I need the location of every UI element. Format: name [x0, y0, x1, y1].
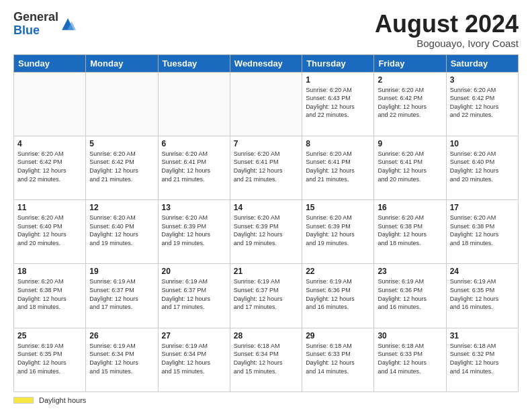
weekday-header-row: SundayMondayTuesdayWednesdayThursdayFrid…: [14, 54, 519, 72]
day-number: 13: [162, 203, 226, 212]
day-number: 25: [17, 331, 82, 340]
day-info: Sunrise: 6:20 AM Sunset: 6:41 PM Dayligh…: [234, 150, 298, 183]
calendar-cell: 26Sunrise: 6:19 AM Sunset: 6:34 PM Dayli…: [86, 328, 158, 392]
day-number: 14: [234, 203, 298, 212]
week-row-1: 1Sunrise: 6:20 AM Sunset: 6:43 PM Daylig…: [14, 72, 519, 136]
weekday-header-friday: Friday: [374, 54, 446, 72]
day-info: Sunrise: 6:20 AM Sunset: 6:39 PM Dayligh…: [162, 214, 226, 247]
day-info: Sunrise: 6:19 AM Sunset: 6:36 PM Dayligh…: [306, 277, 370, 311]
calendar-cell: 14Sunrise: 6:20 AM Sunset: 6:39 PM Dayli…: [230, 200, 302, 264]
day-number: 11: [17, 203, 82, 212]
day-number: 12: [89, 203, 154, 212]
day-number: 29: [306, 331, 370, 340]
calendar-cell: 12Sunrise: 6:20 AM Sunset: 6:40 PM Dayli…: [86, 200, 158, 264]
calendar-cell: [14, 72, 86, 136]
day-info: Sunrise: 6:18 AM Sunset: 6:34 PM Dayligh…: [234, 342, 298, 375]
day-number: 1: [306, 75, 370, 85]
day-info: Sunrise: 6:19 AM Sunset: 6:35 PM Dayligh…: [450, 277, 515, 311]
day-info: Sunrise: 6:19 AM Sunset: 6:34 PM Dayligh…: [89, 342, 154, 375]
day-info: Sunrise: 6:20 AM Sunset: 6:42 PM Dayligh…: [89, 150, 154, 183]
weekday-header-sunday: Sunday: [14, 54, 86, 72]
calendar-cell: 17Sunrise: 6:20 AM Sunset: 6:38 PM Dayli…: [446, 200, 518, 264]
calendar-cell: 20Sunrise: 6:19 AM Sunset: 6:37 PM Dayli…: [158, 264, 230, 328]
day-info: Sunrise: 6:20 AM Sunset: 6:42 PM Dayligh…: [17, 150, 82, 183]
day-number: 18: [17, 267, 82, 276]
day-number: 20: [162, 267, 226, 276]
day-number: 7: [234, 139, 298, 148]
weekday-header-monday: Monday: [86, 54, 158, 72]
day-info: Sunrise: 6:18 AM Sunset: 6:33 PM Dayligh…: [306, 342, 370, 375]
logo-general: General: [13, 10, 58, 24]
calendar-cell: [158, 72, 230, 136]
calendar-cell: 4Sunrise: 6:20 AM Sunset: 6:42 PM Daylig…: [14, 136, 86, 199]
calendar-cell: [230, 72, 302, 136]
day-number: 31: [450, 331, 515, 340]
day-info: Sunrise: 6:20 AM Sunset: 6:38 PM Dayligh…: [378, 214, 442, 247]
location: Bogouayo, Ivory Coast: [375, 38, 519, 49]
day-number: 9: [378, 139, 442, 148]
day-info: Sunrise: 6:20 AM Sunset: 6:39 PM Dayligh…: [234, 214, 298, 247]
calendar-cell: 23Sunrise: 6:19 AM Sunset: 6:36 PM Dayli…: [374, 264, 446, 328]
day-number: 8: [306, 139, 370, 148]
calendar-cell: 29Sunrise: 6:18 AM Sunset: 6:33 PM Dayli…: [302, 328, 374, 392]
day-info: Sunrise: 6:20 AM Sunset: 6:41 PM Dayligh…: [306, 150, 370, 183]
day-number: 30: [378, 331, 442, 340]
daylight-label: Daylight hours: [39, 396, 86, 404]
logo-icon: [60, 16, 76, 32]
calendar-cell: 19Sunrise: 6:19 AM Sunset: 6:37 PM Dayli…: [86, 264, 158, 328]
day-number: 15: [306, 203, 370, 212]
day-number: 10: [450, 139, 515, 148]
day-number: 16: [378, 203, 442, 212]
day-number: 28: [234, 331, 298, 340]
day-number: 2: [378, 75, 442, 85]
calendar-cell: 13Sunrise: 6:20 AM Sunset: 6:39 PM Dayli…: [158, 200, 230, 264]
calendar-cell: 5Sunrise: 6:20 AM Sunset: 6:42 PM Daylig…: [86, 136, 158, 199]
day-number: 21: [234, 267, 298, 276]
month-title: August 2024: [375, 11, 519, 38]
calendar-cell: 9Sunrise: 6:20 AM Sunset: 6:41 PM Daylig…: [374, 136, 446, 199]
calendar-cell: 31Sunrise: 6:18 AM Sunset: 6:32 PM Dayli…: [446, 328, 518, 392]
day-number: 4: [17, 139, 82, 148]
logo: General Blue: [13, 11, 76, 38]
day-info: Sunrise: 6:20 AM Sunset: 6:42 PM Dayligh…: [450, 86, 515, 120]
day-number: 5: [89, 139, 154, 148]
day-info: Sunrise: 6:20 AM Sunset: 6:43 PM Dayligh…: [306, 86, 370, 120]
day-info: Sunrise: 6:20 AM Sunset: 6:38 PM Dayligh…: [450, 214, 515, 247]
day-info: Sunrise: 6:20 AM Sunset: 6:40 PM Dayligh…: [450, 150, 515, 183]
footer: Daylight hours: [13, 396, 519, 404]
calendar-cell: 3Sunrise: 6:20 AM Sunset: 6:42 PM Daylig…: [446, 72, 518, 136]
week-row-2: 4Sunrise: 6:20 AM Sunset: 6:42 PM Daylig…: [14, 136, 519, 199]
day-info: Sunrise: 6:20 AM Sunset: 6:40 PM Dayligh…: [17, 214, 82, 247]
day-number: 27: [162, 331, 226, 340]
day-info: Sunrise: 6:19 AM Sunset: 6:37 PM Dayligh…: [234, 277, 298, 311]
calendar-cell: 7Sunrise: 6:20 AM Sunset: 6:41 PM Daylig…: [230, 136, 302, 199]
logo-blue: Blue: [13, 24, 40, 37]
page: General Blue August 2024 Bogouayo, Ivory…: [0, 0, 532, 411]
weekday-header-wednesday: Wednesday: [230, 54, 302, 72]
calendar-cell: 10Sunrise: 6:20 AM Sunset: 6:40 PM Dayli…: [446, 136, 518, 199]
calendar-cell: 27Sunrise: 6:19 AM Sunset: 6:34 PM Dayli…: [158, 328, 230, 392]
day-number: 19: [89, 267, 154, 276]
day-info: Sunrise: 6:20 AM Sunset: 6:41 PM Dayligh…: [378, 150, 442, 183]
day-info: Sunrise: 6:19 AM Sunset: 6:34 PM Dayligh…: [162, 342, 226, 375]
day-number: 24: [450, 267, 515, 276]
day-info: Sunrise: 6:20 AM Sunset: 6:40 PM Dayligh…: [89, 214, 154, 247]
day-info: Sunrise: 6:19 AM Sunset: 6:36 PM Dayligh…: [378, 277, 442, 311]
day-info: Sunrise: 6:20 AM Sunset: 6:41 PM Dayligh…: [162, 150, 226, 183]
title-block: August 2024 Bogouayo, Ivory Coast: [375, 11, 519, 49]
calendar-cell: [86, 72, 158, 136]
day-number: 17: [450, 203, 515, 212]
day-number: 22: [306, 267, 370, 276]
calendar-cell: 1Sunrise: 6:20 AM Sunset: 6:43 PM Daylig…: [302, 72, 374, 136]
weekday-header-thursday: Thursday: [302, 54, 374, 72]
week-row-4: 18Sunrise: 6:20 AM Sunset: 6:38 PM Dayli…: [14, 264, 519, 328]
calendar-cell: 24Sunrise: 6:19 AM Sunset: 6:35 PM Dayli…: [446, 264, 518, 328]
calendar-cell: 18Sunrise: 6:20 AM Sunset: 6:38 PM Dayli…: [14, 264, 86, 328]
calendar-cell: 11Sunrise: 6:20 AM Sunset: 6:40 PM Dayli…: [14, 200, 86, 264]
day-number: 23: [378, 267, 442, 276]
weekday-header-tuesday: Tuesday: [158, 54, 230, 72]
calendar-cell: 25Sunrise: 6:19 AM Sunset: 6:35 PM Dayli…: [14, 328, 86, 392]
day-info: Sunrise: 6:18 AM Sunset: 6:33 PM Dayligh…: [378, 342, 442, 375]
calendar-cell: 2Sunrise: 6:20 AM Sunset: 6:42 PM Daylig…: [374, 72, 446, 136]
calendar-cell: 30Sunrise: 6:18 AM Sunset: 6:33 PM Dayli…: [374, 328, 446, 392]
